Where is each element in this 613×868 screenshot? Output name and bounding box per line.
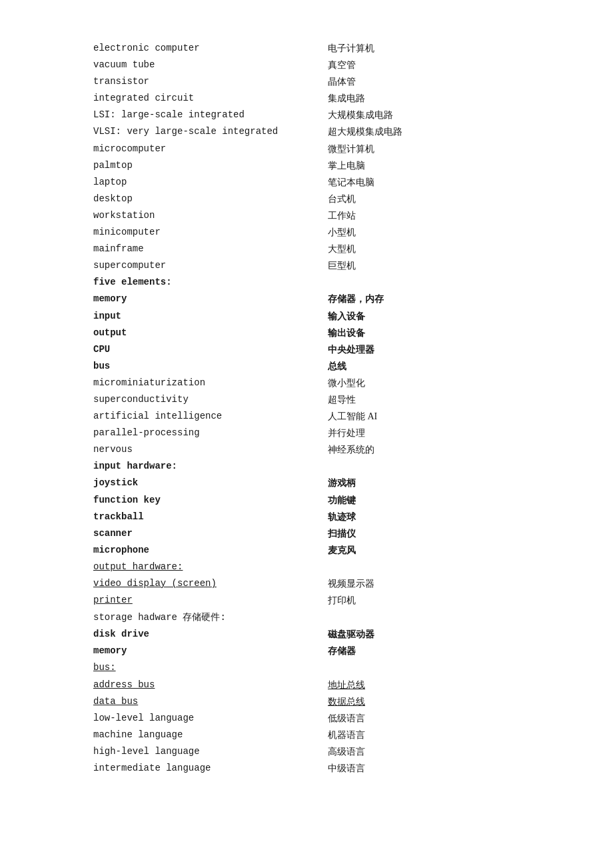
table-row: microminiaturization微小型化 [93, 375, 520, 391]
english-term: mainframe [93, 241, 328, 257]
table-row: output输出设备 [93, 325, 520, 341]
table-row: mainframe大型机 [93, 241, 520, 257]
table-row: transistor晶体管 [93, 73, 520, 90]
table-row: printer打印机 [93, 592, 520, 609]
table-row: laptop笔记本电脑 [93, 174, 520, 191]
english-term: desktop [93, 191, 328, 207]
english-term: nervous [93, 441, 328, 458]
chinese-translation: 视频显示器 [328, 575, 520, 592]
table-row: LSI: large-scale integrated大规模集成电路 [93, 107, 520, 123]
table-row: function key功能键 [93, 492, 520, 509]
table-row: data bus数据总线 [93, 693, 520, 710]
english-term: microcomputer [93, 141, 328, 157]
chinese-translation: 轨迹球 [328, 509, 520, 525]
chinese-translation [328, 609, 520, 626]
english-term: five elements: [93, 274, 328, 291]
table-row: bus总线 [93, 358, 520, 375]
chinese-translation: 麦克风 [328, 542, 520, 559]
table-row: high-level language高级语言 [93, 743, 520, 760]
table-row: five elements: [93, 274, 520, 291]
chinese-translation: 高级语言 [328, 743, 520, 760]
table-row: VLSI: very large-scale integrated超大规模集成电… [93, 123, 520, 140]
table-row: input输入设备 [93, 308, 520, 325]
chinese-translation: 输入设备 [328, 308, 520, 325]
table-row: palmtop掌上电脑 [93, 157, 520, 174]
english-term: superconductivity [93, 391, 328, 408]
chinese-translation: 超导性 [328, 391, 520, 408]
chinese-translation: 巨型机 [328, 257, 520, 274]
english-term: minicomputer [93, 224, 328, 241]
english-term: laptop [93, 174, 328, 191]
english-term: VLSI: very large-scale integrated [93, 123, 328, 140]
chinese-translation: 输出设备 [328, 325, 520, 341]
table-row: low-level language低级语言 [93, 710, 520, 727]
chinese-translation: 数据总线 [328, 693, 520, 710]
english-term: input hardware: [93, 458, 328, 475]
table-row: memory存储器 [93, 643, 520, 659]
english-term: printer [93, 592, 328, 609]
english-term: data bus [93, 693, 328, 710]
chinese-translation: 晶体管 [328, 73, 520, 90]
chinese-translation: 台式机 [328, 191, 520, 207]
table-row: address bus地址总线 [93, 677, 520, 693]
table-row: parallel-processing并行处理 [93, 425, 520, 441]
chinese-translation: 打印机 [328, 592, 520, 609]
chinese-translation: 中级语言 [328, 760, 520, 777]
table-row: desktop台式机 [93, 191, 520, 207]
table-row: intermediate language中级语言 [93, 760, 520, 777]
chinese-translation [328, 659, 520, 676]
table-row: storage hadware 存储硬件: [93, 609, 520, 626]
english-term: storage hadware 存储硬件: [93, 609, 328, 626]
english-term: input [93, 308, 328, 325]
english-term: microminiaturization [93, 375, 328, 391]
table-row: memory存储器，内存 [93, 291, 520, 307]
english-term: disk drive [93, 626, 328, 643]
chinese-translation: 集成电路 [328, 90, 520, 107]
english-term: intermediate language [93, 760, 328, 777]
chinese-translation: 低级语言 [328, 710, 520, 727]
english-term: function key [93, 492, 328, 509]
table-row: CPU中央处理器 [93, 341, 520, 358]
english-term: LSI: large-scale integrated [93, 107, 328, 123]
table-row: disk drive磁盘驱动器 [93, 626, 520, 643]
chinese-translation: 电子计算机 [328, 40, 520, 57]
chinese-translation: 地址总线 [328, 677, 520, 693]
table-row: joystick游戏柄 [93, 475, 520, 491]
chinese-translation: 机器语言 [328, 727, 520, 743]
english-term: scanner [93, 525, 328, 542]
chinese-translation: 游戏柄 [328, 475, 520, 491]
chinese-translation [328, 458, 520, 475]
chinese-translation: 超大规模集成电路 [328, 123, 520, 140]
chinese-translation: 人工智能 AI [328, 408, 520, 425]
table-row: supercomputer巨型机 [93, 257, 520, 274]
english-term: CPU [93, 341, 328, 358]
chinese-translation: 大规模集成电路 [328, 107, 520, 123]
table-row: workstation工作站 [93, 207, 520, 224]
english-term: microphone [93, 542, 328, 559]
table-row: microcomputer微型计算机 [93, 141, 520, 157]
table-row: microphone麦克风 [93, 542, 520, 559]
english-term: low-level language [93, 710, 328, 727]
english-term: output hardware: [93, 559, 328, 575]
table-row: vacuum tube真空管 [93, 57, 520, 73]
chinese-translation: 存储器 [328, 643, 520, 659]
table-row: integrated circuit集成电路 [93, 90, 520, 107]
chinese-translation [328, 559, 520, 575]
table-row: scanner扫描仪 [93, 525, 520, 542]
table-row: trackball轨迹球 [93, 509, 520, 525]
english-term: palmtop [93, 157, 328, 174]
english-term: machine language [93, 727, 328, 743]
english-term: integrated circuit [93, 90, 328, 107]
chinese-translation: 总线 [328, 358, 520, 375]
chinese-translation: 微型计算机 [328, 141, 520, 157]
chinese-translation: 真空管 [328, 57, 520, 73]
table-row: video display (screen)视频显示器 [93, 575, 520, 592]
english-term: address bus [93, 677, 328, 693]
chinese-translation: 笔记本电脑 [328, 174, 520, 191]
chinese-translation: 存储器，内存 [328, 291, 520, 307]
english-term: joystick [93, 475, 328, 491]
english-term: workstation [93, 207, 328, 224]
chinese-translation: 大型机 [328, 241, 520, 257]
table-row: input hardware: [93, 458, 520, 475]
english-term: vacuum tube [93, 57, 328, 73]
